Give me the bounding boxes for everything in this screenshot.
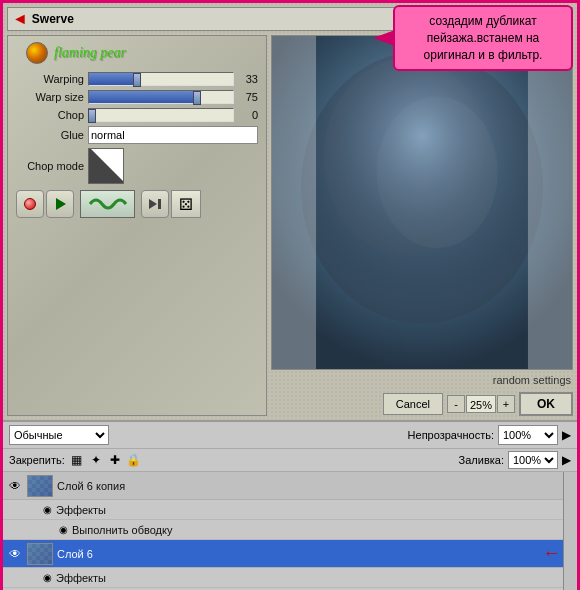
effects-label: Эффекты [56,504,106,516]
layer-visibility-toggle[interactable]: 👁 [7,478,23,494]
blend-mode-select[interactable]: Обычные [9,425,109,445]
warp-size-row: Warp size 75 [16,90,258,104]
arrow-icon: ◄ [12,10,28,28]
record-icon [24,198,36,210]
effects-icon: ◉ [43,504,52,515]
snake-icon [88,194,128,214]
preview-bottom: Cancel - 25% + OK [271,392,573,416]
svg-rect-5 [272,36,316,369]
window-title: Swerve [32,12,74,26]
zoom-group: - 25% + [447,395,515,413]
play-button[interactable] [46,190,74,218]
fill-arrow-icon: ▶ [562,453,571,467]
layer-row-selected[interactable]: 👁 Слой 6 ← fx [3,540,577,568]
layer-thumb-img [28,476,52,496]
play-dice-group: ⚄ [141,190,201,218]
preview-image [271,35,573,370]
layers-container: 👁 Слой 6 копия fx ◉ Эффекты ◉ Выполнить … [3,472,577,590]
chop-slider[interactable] [88,108,234,122]
zoom-plus-button[interactable]: + [497,395,515,413]
layers-top-right: Непрозрачность: 100% ▶ [408,425,571,445]
chop-value: 0 [234,109,258,121]
ok-button[interactable]: OK [519,392,573,416]
layers-list: 👁 Слой 6 копия fx ◉ Эффекты ◉ Выполнить … [3,472,577,590]
layer2-thumbnail [27,543,53,565]
layer-effects-row: ◉ Эффекты [3,500,577,520]
glue-row: Glue [16,126,258,144]
fill-area: Заливка: 100% ▶ [459,451,571,469]
fill-select[interactable]: 100% [508,451,558,469]
layer-name: Слой 6 копия [57,480,560,492]
chop-label: Chop [16,109,88,121]
random-settings-label: random settings [493,374,573,386]
red-arrow-icon: ← [542,543,560,564]
svg-rect-4 [272,36,572,369]
main-window: ◄ Swerve создадим дубликат пейзажа.встан… [0,0,580,590]
effects2-icon: ◉ [43,572,52,583]
fill-label: Заливка: [459,454,504,466]
callout-text: создадим дубликат пейзажа.встанем на ори… [424,14,543,62]
dice-icon: ⚄ [179,195,193,214]
chop-row: Chop 0 [16,108,258,122]
opacity-label: Непрозрачность: [408,429,494,441]
glue-input[interactable] [88,126,258,144]
chop-mode-label: Chop mode [16,160,88,172]
layers-top-bar: Обычные Непрозрачность: 100% ▶ [3,422,577,449]
brand-text: flaming pear [54,45,126,61]
warp-size-slider[interactable] [88,90,234,104]
warp-size-value: 75 [234,91,258,103]
layer2-visibility-toggle[interactable]: 👁 [7,546,23,562]
lock-lock-icon[interactable]: 🔒 [126,452,142,468]
chop-mode-row: Chop mode [16,148,258,184]
record-button[interactable] [16,190,44,218]
stroke-icon: ◉ [59,524,68,535]
warp-size-label: Warp size [16,91,88,103]
layer-stroke-row: ◉ Выполнить обводку [3,520,577,540]
opacity-arrow-icon: ▶ [562,428,571,442]
layers-lock-bar: Закрепить: ▦ ✦ ✚ 🔒 Заливка: 100% ▶ [3,449,577,472]
zoom-minus-button[interactable]: - [447,395,465,413]
opacity-select[interactable]: 100% [498,425,558,445]
plugin-panel: ◄ Swerve создадим дубликат пейзажа.встан… [3,3,577,420]
lock-cross-icon[interactable]: ✚ [107,452,123,468]
lock-icons: ▦ ✦ ✚ 🔒 [69,452,142,468]
effects2-label: Эффекты [56,572,106,584]
chop-mode-selector[interactable] [88,148,124,184]
warping-label: Warping [16,73,88,85]
callout-tooltip: создадим дубликат пейзажа.встанем на ори… [393,5,573,71]
logo-area: flaming pear [26,42,258,64]
lock-move-icon[interactable]: ✦ [88,452,104,468]
preview-svg [272,36,572,369]
warping-slider[interactable] [88,72,234,86]
cancel-button[interactable]: Cancel [383,393,443,415]
lock-checkerboard-icon[interactable]: ▦ [69,452,85,468]
layer-row[interactable]: 👁 Слой 6 копия fx [3,472,577,500]
warping-value: 33 [234,73,258,85]
layer2-thumb-img [28,544,52,564]
layers-panel: Обычные Непрозрачность: 100% ▶ Закрепить… [3,420,577,590]
glue-label: Glue [16,129,88,141]
svg-rect-6 [528,36,572,369]
layers-scrollbar[interactable] [563,472,577,590]
play-icon [56,198,66,210]
layer2-effects-row: ◉ Эффекты [3,568,577,588]
bottom-buttons: ⚄ [16,190,258,218]
logo-ball [26,42,48,64]
preview-panel: random settings Cancel - 25% + OK [271,35,573,416]
random-settings-row: random settings [271,374,573,386]
controls-panel: flaming pear Warping 33 Warp size [7,35,267,416]
dice-button[interactable]: ⚄ [171,190,201,218]
play-button-2[interactable] [141,190,169,218]
stop-bar [158,199,161,209]
layer-thumbnail [27,475,53,497]
snake-button[interactable] [80,190,135,218]
warping-row: Warping 33 [16,72,258,86]
lock-label: Закрепить: [9,454,65,466]
play2-icon [149,199,157,209]
stroke-label: Выполнить обводку [72,524,172,536]
layer2-name: Слой 6 [57,548,534,560]
record-play-group [16,190,74,218]
plugin-content: flaming pear Warping 33 Warp size [7,35,573,416]
zoom-value: 25% [466,395,496,413]
